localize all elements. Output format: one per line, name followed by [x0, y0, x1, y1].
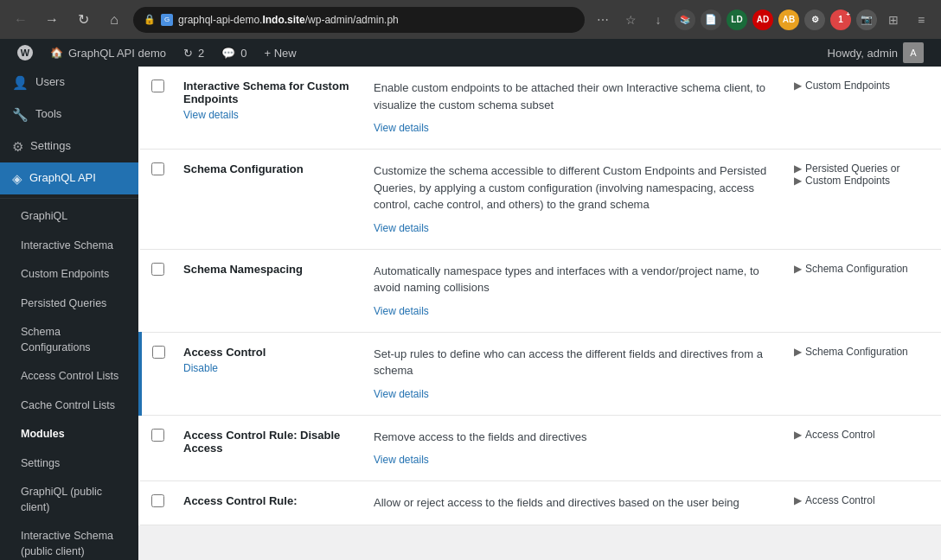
depends-on: ▶Access Control [794, 494, 875, 506]
view-details-link[interactable]: View details [374, 220, 777, 236]
module-name: Interactive Schema for Custom Endpoints [183, 80, 349, 105]
row-checkbox-cell [140, 249, 175, 332]
module-desc-cell: Customize the schema accessible to diffe… [365, 150, 785, 250]
module-name-cell: Access Control Rule: [175, 481, 365, 525]
refresh-button[interactable]: ↻ [71, 8, 95, 32]
howdy-text: Howdy, admin [828, 47, 898, 60]
view-details-link[interactable]: View details [374, 452, 777, 468]
module-description: Allow or reject access to the fields and… [374, 496, 739, 509]
module-checkbox[interactable] [151, 162, 164, 175]
admin-avatar: A [903, 42, 924, 63]
table-row: Schema Configuration Customize the schem… [140, 150, 941, 250]
sidebar-sub-schema-configurations[interactable]: Schema Configurations [0, 318, 138, 362]
row-checkbox-cell [140, 415, 175, 481]
row-checkbox-cell [140, 332, 175, 415]
back-button[interactable]: ← [9, 8, 33, 32]
interactive-schema-label: Interactive Schema [21, 239, 113, 254]
wp-logo-item[interactable]: W [9, 39, 42, 67]
row-checkbox-cell [140, 67, 175, 150]
comments-count: 0 [240, 47, 246, 60]
reader-mode-icon[interactable]: 📄 [701, 10, 721, 30]
module-name: Access Control [183, 346, 266, 359]
cache-control-lists-label: Cache Control Lists [21, 398, 115, 414]
depends-on: ▶Custom Endpoints [794, 80, 890, 92]
modules-label: Modules [21, 427, 65, 442]
module-name-cell: Access Control Disable [175, 332, 365, 415]
module-depends-cell: ▶Access Control [785, 481, 941, 525]
sidebar-sub-interactive-schema-public[interactable]: Interactive Schema (public client) [0, 522, 138, 560]
url-bar[interactable]: 🔒 G graphql-api-demo.Indo.site/wp-admin/… [133, 7, 585, 33]
sidebar-item-graphql-api[interactable]: ◈ GraphQL API [0, 162, 138, 194]
graphql-icon: ◈ [12, 169, 22, 188]
updates-item[interactable]: ↻ 2 [175, 39, 213, 67]
new-content-item[interactable]: + New [255, 39, 304, 67]
module-depends-cell: ▶Custom Endpoints [785, 67, 941, 150]
sidebar-sub-graphiql[interactable]: GraphiQL [0, 202, 138, 232]
extensions-button[interactable]: ⋯ [592, 9, 614, 31]
addon1-icon[interactable]: LD [727, 10, 747, 30]
module-checkbox[interactable] [151, 494, 164, 507]
module-desc-cell: Remove access to the fields and directiv… [365, 415, 785, 481]
graphql-api-label: GraphQL API [29, 170, 96, 186]
sidebar-sub-cache-control-lists[interactable]: Cache Control Lists [0, 391, 138, 421]
site-home-icon: 🏠 [50, 47, 63, 59]
browser-toolbar-icons: ⋯ ☆ ↓ 📚 📄 LD AD AB ⚙ 1+ 📷 ⊞ ≡ [592, 9, 932, 31]
sidebar-item-users[interactable]: 👤 Users [0, 67, 138, 99]
custom-endpoints-label: Custom Endpoints [21, 267, 109, 283]
module-checkbox[interactable] [152, 346, 165, 359]
addon3-icon[interactable]: AB [778, 10, 799, 30]
module-checkbox[interactable] [151, 429, 164, 442]
sidebar-item-settings[interactable]: ⚙ Settings [0, 130, 138, 162]
grid-icon[interactable]: ⊞ [882, 9, 905, 31]
module-name-cell: Schema Namespacing [175, 249, 365, 332]
camera-icon[interactable]: 📷 [856, 10, 877, 30]
sidebar-sub-settings[interactable]: Settings [0, 449, 138, 479]
forward-button[interactable]: → [40, 8, 64, 32]
sidebar-sub-custom-endpoints[interactable]: Custom Endpoints [0, 260, 138, 290]
view-details-link[interactable]: View details [183, 109, 356, 121]
sidebar-sub-interactive-schema[interactable]: Interactive Schema [0, 232, 138, 261]
module-name: Access Control Rule: Disable Access [183, 429, 340, 455]
table-row: Interactive Schema for Custom Endpoints … [140, 67, 941, 150]
module-name: Schema Configuration [183, 162, 304, 175]
howdy-item[interactable]: Howdy, admin A [819, 39, 932, 67]
view-details-link[interactable]: View details [374, 303, 777, 319]
persisted-queries-label: Persisted Queries [21, 296, 106, 312]
sidebar-sub-access-control-lists[interactable]: Access Control Lists [0, 362, 138, 391]
view-details-link[interactable]: View details [374, 386, 777, 402]
module-desc-cell: Enable custom endpoints to be attached t… [365, 67, 785, 150]
comments-icon: 💬 [221, 47, 235, 60]
module-name-cell: Access Control Rule: Disable Access [175, 415, 365, 481]
menu-icon[interactable]: ≡ [910, 9, 932, 31]
sidebar-sub-persisted-queries[interactable]: Persisted Queries [0, 290, 138, 319]
view-details-link-desc[interactable]: View details [374, 120, 777, 136]
home-button[interactable]: ⌂ [102, 8, 126, 32]
sidebar-item-tools[interactable]: 🔧 Tools [0, 99, 138, 130]
addon5-icon[interactable]: 1+ [830, 10, 851, 30]
sidebar-separator [0, 198, 138, 199]
library-icon[interactable]: 📚 [675, 10, 695, 30]
addon4-icon[interactable]: ⚙ [804, 10, 825, 30]
comments-item[interactable]: 💬 0 [213, 39, 255, 67]
wp-admin-bar: W 🏠 GraphQL API demo ↻ 2 💬 0 + New Howdy… [0, 39, 941, 67]
site-name-label: GraphQL API demo [68, 47, 166, 60]
sidebar-sub-graphiql-public[interactable]: GraphiQL (public client) [0, 478, 138, 522]
module-checkbox[interactable] [151, 80, 164, 92]
sidebar-sub-modules[interactable]: Modules [0, 420, 138, 449]
updates-count: 2 [198, 47, 204, 60]
sidebar-settings-label: Settings [21, 456, 60, 472]
module-description: Set-up rules to define who can access th… [374, 347, 763, 378]
depends-on: ▶Schema Configuration [794, 263, 908, 275]
download-button[interactable]: ↓ [647, 9, 669, 31]
module-checkbox[interactable] [151, 263, 164, 276]
modules-table: Interactive Schema for Custom Endpoints … [138, 67, 941, 525]
disable-link[interactable]: Disable [183, 362, 356, 374]
addon2-icon[interactable]: AD [752, 10, 773, 30]
module-desc-cell: Automatically namespace types and interf… [365, 249, 785, 332]
admin-bar-right: Howdy, admin A [819, 39, 932, 67]
graphiql-label: GraphiQL [21, 209, 67, 225]
module-name-cell: Schema Configuration [175, 150, 365, 250]
tools-label: Tools [35, 106, 61, 122]
bookmark-button[interactable]: ☆ [619, 9, 642, 31]
site-name-item[interactable]: 🏠 GraphQL API demo [42, 39, 175, 67]
